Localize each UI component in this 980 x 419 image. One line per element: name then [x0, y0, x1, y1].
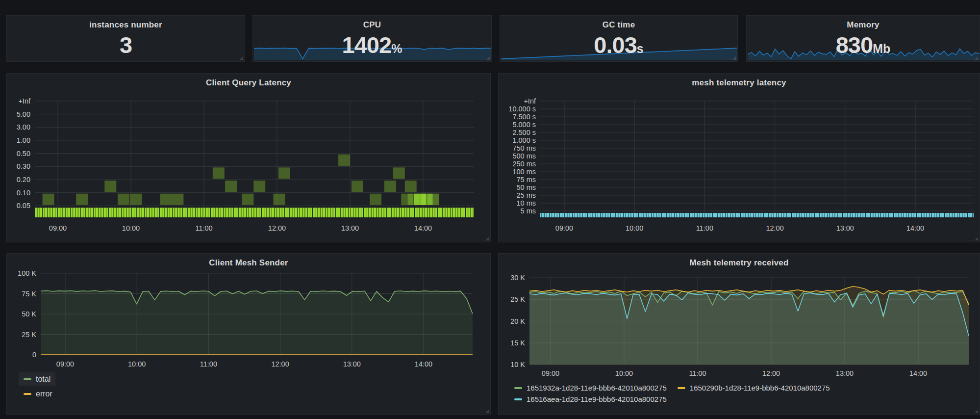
panel-resize-handle[interactable]	[975, 237, 978, 240]
x-tick-label: 11:00	[689, 369, 706, 377]
heatmap-cell	[393, 167, 405, 179]
heatmap-cell	[427, 194, 439, 205]
heatmap-cell	[352, 181, 363, 192]
y-tick-label: 25 K	[22, 331, 36, 339]
panel-title[interactable]: instances number	[7, 16, 245, 30]
panel-resize-handle[interactable]	[486, 56, 490, 60]
x-tick-label: 10:00	[128, 360, 146, 368]
heatmap-cell	[225, 181, 237, 192]
y-tick-label: 0.20	[17, 176, 30, 183]
y-tick-label: 5 ms	[521, 207, 536, 215]
legend: total error	[19, 372, 57, 401]
legend-label: 1651932a-1d28-11e9-bbb6-42010a800275	[527, 384, 667, 392]
heatmap-cell	[172, 194, 183, 205]
panel-title[interactable]: Memory	[747, 16, 980, 30]
x-tick-label: 14:00	[415, 360, 432, 368]
heatmap-cell	[242, 194, 253, 205]
panel-resize-handle[interactable]	[240, 56, 243, 60]
panel-title[interactable]: mesh telemetry latency	[499, 74, 980, 88]
panel-title[interactable]: Client Mesh Sender	[7, 254, 490, 268]
legend-label: 1650290b-1d28-11e9-bbb6-42010a800275	[690, 384, 830, 392]
x-tick-label: 12:00	[268, 224, 286, 232]
panel-mesh-telemetry-latency: mesh telemetry latency 09:0010:0011:0012…	[498, 73, 980, 242]
panel-title[interactable]: Mesh telemetry received	[499, 254, 980, 268]
grafana-dashboard: instances number 3 CPU 1402% GC time 0.0…	[0, 0, 980, 419]
x-tick-label: 11:00	[195, 224, 212, 232]
y-tick-label: 100 K	[18, 269, 36, 277]
y-tick-label: 1.00	[17, 136, 30, 144]
y-tick-label: 500 ms	[512, 152, 536, 160]
heatmap-cell	[274, 194, 285, 205]
y-tick-label: 0.10	[17, 189, 30, 197]
y-tick-label: 50 K	[22, 310, 36, 318]
heatmap-chart: 09:0010:0011:0012:0013:0014:00+Inf5.003.…	[7, 74, 491, 243]
panel-title[interactable]: CPU	[253, 16, 491, 30]
x-tick-label: 10:00	[615, 369, 633, 377]
y-tick-label: 75 K	[22, 290, 36, 298]
stat-value-number: 3	[120, 32, 132, 58]
x-tick-label: 09:00	[49, 224, 67, 232]
legend-label: 16516aea-1d28-11e9-bbb6-42010a800275	[527, 395, 667, 403]
panel-resize-handle[interactable]	[975, 410, 978, 413]
stat-value: 3	[7, 33, 245, 56]
panel-title[interactable]: GC time	[500, 16, 737, 30]
heatmap-cell	[370, 194, 381, 205]
heatmap-bottom-band	[540, 213, 974, 217]
legend-label: error	[36, 390, 52, 398]
y-tick-label: 0.05	[17, 202, 30, 210]
series-dash-icon	[678, 387, 685, 389]
x-tick-label: 13:00	[341, 224, 359, 232]
panel-resize-handle[interactable]	[732, 56, 736, 60]
x-tick-label: 09:00	[555, 224, 573, 232]
panel-client-query-latency: Client Query Latency 09:0010:0011:0012:0…	[6, 73, 491, 242]
stat-value-number: 1402	[342, 32, 392, 58]
panel-resize-handle[interactable]	[485, 237, 489, 240]
series-dash-icon	[514, 387, 522, 389]
x-tick-label: 13:00	[836, 369, 854, 377]
y-tick-label: 0.30	[17, 162, 30, 170]
y-tick-label: +Inf	[18, 97, 31, 105]
legend-item-total[interactable]: total	[19, 372, 55, 386]
panel-resize-handle[interactable]	[485, 410, 489, 413]
heatmap-cell	[118, 194, 129, 205]
legend-item-error[interactable]: error	[19, 387, 57, 401]
stat-value-unit: %	[391, 42, 402, 55]
heatmap-cell	[384, 181, 396, 192]
panel-client-mesh-sender: Client Mesh Sender total error 09:0010:0…	[6, 253, 491, 415]
heatmap-cell	[338, 155, 350, 166]
legend-item-instance-1651932a[interactable]: 1651932a-1d28-11e9-bbb6-42010a800275	[512, 382, 669, 393]
heatmap-cell	[43, 194, 54, 205]
x-tick-label: 11:00	[200, 360, 217, 368]
stat-value-unit: Mb	[873, 42, 890, 55]
y-tick-label: 1.000 s	[512, 136, 536, 144]
panel-gc-time: GC time 0.03s	[500, 15, 738, 62]
series-fill	[529, 293, 969, 365]
panel-mesh-telemetry-received: Mesh telemetry received 1651932a-1d28-11…	[498, 253, 980, 415]
y-tick-label: 20 K	[510, 317, 525, 325]
y-tick-label: 5.000 s	[512, 121, 536, 129]
y-tick-label: 10 K	[510, 361, 525, 368]
heatmap-cell	[253, 181, 265, 192]
series-fill	[41, 291, 473, 355]
x-tick-label: 11:00	[696, 224, 713, 232]
heatmap-cell	[405, 181, 417, 192]
stat-value: 830Mb	[747, 33, 980, 56]
panel-resize-handle[interactable]	[975, 56, 978, 60]
y-tick-label: 5.00	[17, 110, 30, 118]
y-tick-label: 75 ms	[517, 176, 536, 183]
total-series-dash-icon	[24, 378, 31, 380]
y-tick-label: 30 K	[510, 274, 525, 282]
panel-instances-number: instances number 3	[6, 15, 245, 62]
legend-label: total	[36, 375, 50, 384]
y-tick-label: 50 ms	[517, 183, 536, 191]
panel-title[interactable]: Client Query Latency	[7, 74, 490, 88]
y-tick-label: 3.00	[17, 123, 30, 131]
heatmap-cell	[130, 194, 142, 205]
heatmap-cell	[76, 194, 88, 205]
y-tick-label: 0	[32, 351, 36, 359]
error-series-dash-icon	[24, 393, 31, 395]
y-tick-label: 10 ms	[517, 199, 536, 207]
legend: 1651932a-1d28-11e9-bbb6-42010a800275 165…	[512, 382, 832, 405]
legend-item-instance-16516aea[interactable]: 16516aea-1d28-11e9-bbb6-42010a800275	[512, 393, 669, 405]
legend-item-instance-1650290b[interactable]: 1650290b-1d28-11e9-bbb6-42010a800275	[676, 382, 832, 393]
